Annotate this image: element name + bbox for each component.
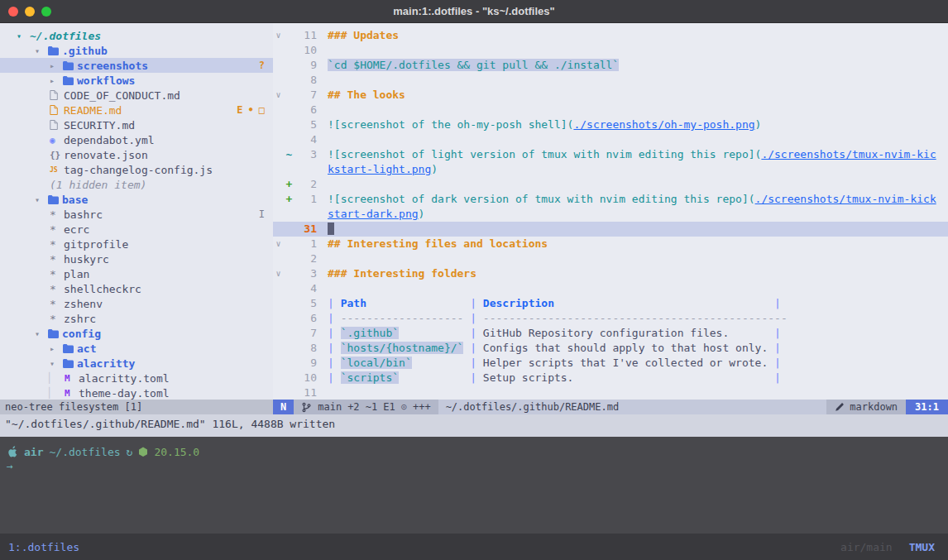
minimize-button[interactable] — [25, 7, 35, 17]
line-number: 11 — [294, 385, 317, 400]
git-sign: + — [284, 177, 294, 192]
editor-pane[interactable]: ∨11### Updates109`cd $HOME/.dotfiles && … — [273, 23, 948, 400]
tree-item-huskyrc[interactable]: *huskyrc — [0, 251, 273, 266]
fold-column — [273, 58, 284, 73]
editor-line[interactable]: 10 — [273, 43, 948, 58]
editor-line[interactable]: start-dark.png) — [273, 207, 948, 222]
editor-line[interactable]: ~3![screenshot of light version of tmux … — [273, 147, 948, 162]
git-sign: + — [284, 192, 294, 207]
tree-item-base[interactable]: ▾base — [0, 192, 273, 207]
tree-item-1-hidden-item[interactable]: (1 hidden item) — [0, 177, 273, 192]
tree-item-ecrc[interactable]: *ecrc — [0, 222, 273, 237]
line-text: start-dark.png) — [328, 207, 424, 222]
editor-line[interactable]: ∨7## The looks — [273, 88, 948, 103]
editor-line[interactable]: 5![screenshot of the oh-my-posh shell](.… — [273, 117, 948, 132]
tree-item-code-of-conduct-md[interactable]: CODE_OF_CONDUCT.md — [0, 88, 273, 103]
editor-line[interactable]: 4 — [273, 281, 948, 296]
tree-item-zshenv[interactable]: *zshenv — [0, 296, 273, 311]
folder-icon — [48, 195, 62, 204]
editor-line[interactable]: 6 — [273, 103, 948, 117]
editor-line[interactable]: +2 — [273, 177, 948, 192]
syntax-segment-txt: Configs that should apply to that host o… — [483, 342, 774, 354]
editor-line[interactable]: 11 — [273, 385, 948, 400]
tree-item-renovate-json[interactable]: {}renovate.json — [0, 147, 273, 162]
sign-column — [284, 326, 294, 341]
tree-item-label: theme-day.toml — [79, 387, 170, 400]
folder-icon — [48, 329, 62, 338]
syntax-segment-pipe: | — [328, 297, 341, 309]
line-number: 5 — [294, 296, 317, 311]
fold-chevron-icon[interactable]: ∨ — [273, 28, 284, 43]
tree-item-label: config — [62, 328, 101, 340]
editor-line[interactable]: ∨11### Updates — [273, 28, 948, 43]
line-text: | `.github` | GitHub Repository configur… — [328, 326, 781, 341]
editor-line[interactable]: kstart-light.png) — [273, 162, 948, 177]
shell-config-icon: * — [50, 268, 64, 280]
chevron-right-icon[interactable]: ▸ — [50, 76, 63, 85]
tree-item-dotfiles[interactable]: ▾~/.dotfiles — [0, 28, 273, 43]
chevron-right-icon[interactable]: ▸ — [50, 61, 63, 70]
tree-item-screenshots[interactable]: ▸screenshots? — [0, 58, 273, 73]
tree-item-zshrc[interactable]: *zshrc — [0, 311, 273, 326]
chevron-down-icon[interactable]: ▾ — [35, 195, 48, 204]
editor-line[interactable]: 7| `.github` | GitHub Repository configu… — [273, 326, 948, 341]
tree-item-config[interactable]: ▾config — [0, 326, 273, 341]
sign-column — [284, 117, 294, 132]
close-button[interactable] — [8, 7, 18, 17]
git-info-segment: main +2 ~1 E1 ⊙+++ — [294, 400, 438, 414]
chevron-down-icon[interactable]: ▾ — [50, 359, 63, 368]
node-version: 20.15.0 — [154, 446, 199, 458]
editor-cursor-line[interactable]: 31 — [273, 222, 948, 237]
line-text: ![screenshot of light version of tmux wi… — [328, 147, 936, 162]
tree-item-readme-md[interactable]: README.mdE•□ — [0, 103, 273, 117]
editor-line[interactable]: 8| `hosts/{hostname}/` | Configs that sh… — [273, 341, 948, 356]
chevron-down-icon[interactable]: ▾ — [35, 46, 48, 55]
fold-chevron-icon[interactable]: ∨ — [273, 266, 284, 281]
line-number: 6 — [294, 103, 317, 117]
tree-item-bashrc[interactable]: *bashrcI — [0, 207, 273, 222]
syntax-segment-link: ![screenshot of dark version of tmux wit… — [328, 193, 755, 205]
toml-icon: M — [65, 388, 79, 399]
fold-chevron-icon[interactable]: ∨ — [273, 88, 284, 103]
editor-line[interactable]: 8 — [273, 73, 948, 88]
syntax-segment-pipe: | — [774, 327, 781, 339]
tree-item-alacritty-toml[interactable]: │Malacritty.toml — [0, 371, 273, 385]
syntax-segment-pipe: | — [328, 357, 341, 369]
line-text: `cd $HOME/.dotfiles && git pull && ./ins… — [328, 58, 619, 73]
tmux-window-label[interactable]: 1:.dotfiles — [8, 541, 79, 553]
chevron-right-icon[interactable]: ▸ — [50, 344, 63, 353]
neo-tree-sidebar[interactable]: ▾~/.dotfiles▾.github▸screenshots?▸workfl… — [0, 23, 273, 400]
fullscreen-button[interactable] — [41, 7, 51, 17]
indent-guide: │ — [46, 372, 65, 384]
tree-item-shellcheckrc[interactable]: *shellcheckrc — [0, 281, 273, 296]
editor-line[interactable]: 5| Path | Description | — [273, 296, 948, 311]
editor-line[interactable]: 6| ------------------- | ---------------… — [273, 311, 948, 326]
editor-line[interactable]: 4 — [273, 132, 948, 147]
syntax-segment-pipe: | — [470, 357, 483, 369]
tree-item-github[interactable]: ▾.github — [0, 43, 273, 58]
tree-item-alacritty[interactable]: ▾alacritty — [0, 356, 273, 371]
tree-item-gitprofile[interactable]: *gitprofile — [0, 237, 273, 251]
chevron-down-icon[interactable]: ▾ — [35, 329, 48, 338]
tree-item-dependabot-yml[interactable]: ◉dependabot.yml — [0, 132, 273, 147]
chevron-down-icon[interactable]: ▾ — [17, 31, 30, 41]
syntax-segment-dash: ----------------------------------------… — [483, 312, 788, 324]
editor-line[interactable]: 9`cd $HOME/.dotfiles && git pull && ./in… — [273, 58, 948, 73]
editor-line[interactable]: 10| `scripts` | Setup scripts. | — [273, 371, 948, 385]
titlebar[interactable]: main:1:.dotfiles - "ks~/.dotfiles" — [0, 0, 948, 23]
editor-line[interactable]: ∨1## Interesting files and locations — [273, 237, 948, 251]
tree-item-security-md[interactable]: SECURITY.md — [0, 117, 273, 132]
tree-item-act[interactable]: ▸act — [0, 341, 273, 356]
tree-item-theme-day-toml[interactable]: │Mtheme-day.toml — [0, 385, 273, 400]
editor-line[interactable]: 9| `local/bin` | Helper scripts that I'v… — [273, 356, 948, 371]
syntax-segment-pipe: | — [470, 327, 483, 339]
editor-line[interactable]: ∨3### Interesting folders — [273, 266, 948, 281]
tmux-pane-shell[interactable]: air ~/.dotfiles ↻ 20.15.0 → — [0, 437, 948, 534]
tree-item-tag-changelog-config-js[interactable]: JStag-changelog-config.js — [0, 162, 273, 177]
editor-line[interactable]: +1![screenshot of dark version of tmux w… — [273, 192, 948, 207]
sign-column — [284, 88, 294, 103]
editor-line[interactable]: 2 — [273, 251, 948, 266]
tree-item-workflows[interactable]: ▸workflows — [0, 73, 273, 88]
tree-item-plan[interactable]: *plan — [0, 266, 273, 281]
fold-chevron-icon[interactable]: ∨ — [273, 237, 284, 251]
